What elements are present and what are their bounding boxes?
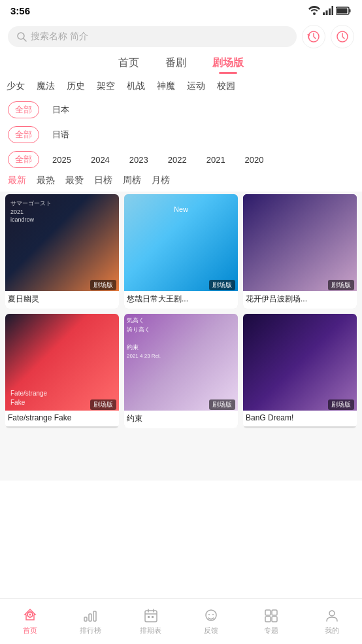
svg-rect-2 — [326, 10, 328, 15]
svg-rect-17 — [93, 611, 96, 621]
sort-best[interactable]: 最赞 — [65, 175, 84, 186]
filter-year-all[interactable]: 全部 — [8, 151, 39, 168]
anime-thumb-4: Fate/strangeFake — [5, 314, 119, 411]
ranking-icon — [82, 608, 98, 624]
svg-rect-4 — [332, 6, 334, 15]
bottom-nav-schedule[interactable]: 排期表 — [121, 608, 181, 636]
anime-title-1: 夏日幽灵 — [5, 291, 119, 309]
anime-card-3[interactable]: 剧场版 花开伊吕波剧场... — [243, 194, 357, 309]
anime-card-2[interactable]: New 剧场版 悠哉日常大王剧... — [124, 194, 238, 309]
feedback-icon — [203, 608, 219, 624]
svg-rect-3 — [329, 8, 331, 15]
genre-scroll[interactable]: 少女 魔法 历史 架空 机战 神魔 运动 校园 — [0, 75, 362, 97]
sort-daily[interactable]: 日榜 — [94, 175, 112, 186]
history-icon — [307, 30, 320, 43]
bottom-nav-topic[interactable]: 专题 — [241, 608, 301, 636]
anime-badge-5: 剧场版 — [209, 399, 235, 410]
clock-btn[interactable] — [331, 25, 354, 48]
anime-overlay-5: 気高く誇り高く約束2021 4 23 Rel. — [127, 316, 161, 361]
anime-title-5: 约束 — [124, 411, 238, 428]
bottom-nav-mine[interactable]: 我的 — [302, 608, 362, 636]
sort-monthly[interactable]: 月榜 — [152, 175, 170, 186]
anime-card-4[interactable]: Fate/strangeFake 剧场版 Fate/strange Fake — [5, 314, 119, 428]
bottom-nav-home-label: 首页 — [23, 626, 37, 636]
genre-deity[interactable]: 神魔 — [157, 80, 175, 92]
filter-year-2022[interactable]: 2022 — [161, 153, 193, 167]
genre-school[interactable]: 校园 — [217, 80, 235, 92]
svg-point-25 — [208, 614, 210, 615]
history-btn[interactable] — [302, 25, 325, 48]
svg-rect-23 — [152, 616, 154, 618]
tab-series[interactable]: 番剧 — [165, 56, 186, 74]
svg-line-9 — [24, 39, 26, 41]
filter-region-all[interactable]: 全部 — [8, 101, 39, 118]
filter-lang-japanese[interactable]: 日语 — [46, 127, 76, 143]
bottom-nav: 首页 排行榜 排期表 反馈 — [0, 598, 362, 644]
svg-point-14 — [29, 613, 31, 615]
genre-mech[interactable]: 机战 — [127, 80, 145, 92]
filter-region-row: 全部 日本 — [0, 97, 362, 122]
anime-badge-3: 剧场版 — [328, 280, 354, 290]
tab-theater[interactable]: 剧场版 — [212, 56, 244, 74]
svg-rect-16 — [89, 614, 91, 621]
filter-year-2025[interactable]: 2025 — [46, 153, 78, 167]
anime-title-4: Fate/strange Fake — [5, 411, 119, 426]
anime-title-6: BanG Dream! — [243, 411, 357, 426]
svg-rect-22 — [148, 616, 150, 618]
search-input-wrap[interactable]: 搜索名称 简介 — [8, 26, 297, 47]
anime-art-3 — [243, 194, 357, 291]
sort-newest[interactable]: 最新 — [8, 175, 26, 186]
genre-fantasy[interactable]: 架空 — [97, 80, 115, 92]
anime-overlay-2: New — [174, 205, 188, 214]
anime-badge-2: 剧场版 — [209, 280, 235, 290]
filter-year-2021[interactable]: 2021 — [200, 153, 232, 167]
filter-year-2024[interactable]: 2024 — [84, 153, 116, 167]
tab-home[interactable]: 首页 — [118, 56, 139, 74]
svg-rect-29 — [265, 617, 271, 622]
genre-magic[interactable]: 魔法 — [37, 80, 55, 92]
sort-weekly[interactable]: 周榜 — [123, 175, 141, 186]
bottom-nav-home[interactable]: 首页 — [0, 608, 60, 636]
svg-rect-27 — [265, 610, 271, 615]
genre-history[interactable]: 历史 — [67, 80, 85, 92]
svg-rect-7 — [337, 8, 348, 13]
battery-icon — [336, 7, 352, 15]
bottom-nav-topic-label: 专题 — [264, 626, 278, 636]
filter-year-2023[interactable]: 2023 — [123, 153, 155, 167]
bottom-nav-schedule-label: 排期表 — [140, 626, 161, 636]
svg-rect-12 — [243, 194, 357, 291]
anime-thumb-1: サマーゴースト2021icandrow — [5, 194, 119, 291]
anime-card-6[interactable]: 剧场版 BanG Dream! — [243, 314, 357, 428]
svg-point-0 — [313, 12, 316, 15]
filter-lang-all[interactable]: 全部 — [8, 126, 39, 143]
status-bar: 3:56 — [0, 0, 362, 21]
sort-hottest[interactable]: 最热 — [37, 175, 55, 186]
clock-icon — [336, 30, 349, 43]
status-icons — [308, 6, 352, 15]
wifi-icon — [308, 6, 320, 15]
anime-card-5[interactable]: 気高く誇り高く約束2021 4 23 Rel. 剧场版 约束 — [124, 314, 238, 428]
svg-rect-1 — [323, 12, 325, 15]
topic-icon — [263, 608, 279, 624]
filter-region-japan[interactable]: 日本 — [46, 102, 76, 118]
anime-card-1[interactable]: サマーゴースト2021icandrow 剧场版 夏日幽灵 — [5, 194, 119, 309]
search-actions — [302, 25, 354, 48]
anime-badge-6: 剧场版 — [328, 399, 354, 410]
search-icon — [17, 32, 27, 42]
svg-rect-15 — [84, 617, 87, 621]
schedule-icon — [143, 608, 159, 624]
bottom-nav-feedback[interactable]: 反馈 — [181, 608, 241, 636]
status-time: 3:56 — [10, 5, 30, 16]
genre-sport[interactable]: 运动 — [187, 80, 205, 92]
svg-rect-6 — [350, 9, 351, 12]
genre-girl[interactable]: 少女 — [7, 80, 25, 92]
svg-rect-30 — [272, 617, 277, 622]
bottom-nav-feedback-label: 反馈 — [204, 626, 218, 636]
mine-icon — [324, 608, 340, 624]
anime-thumb-2: New — [124, 194, 238, 291]
filter-year-2020[interactable]: 2020 — [239, 153, 271, 167]
bottom-nav-ranking-label: 排行榜 — [80, 626, 101, 636]
anime-title-3: 花开伊吕波剧场... — [243, 291, 357, 309]
bottom-nav-ranking[interactable]: 排行榜 — [60, 608, 120, 636]
svg-point-31 — [329, 611, 335, 616]
